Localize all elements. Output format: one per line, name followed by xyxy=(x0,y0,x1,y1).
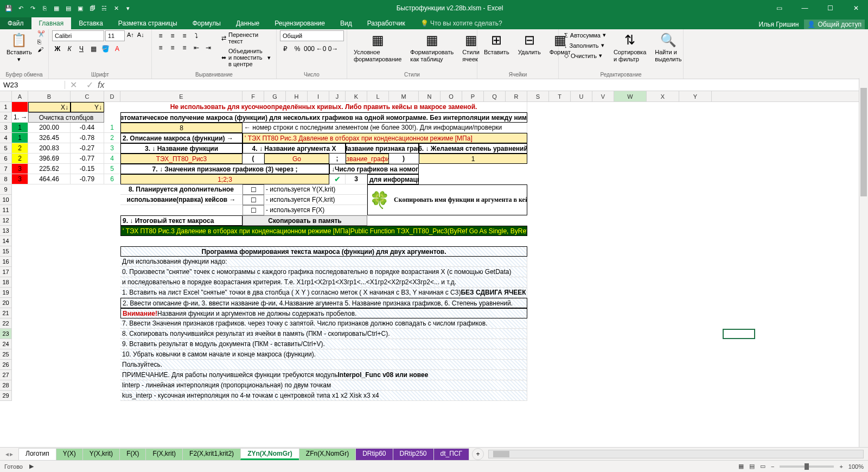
col-header[interactable]: I xyxy=(308,91,329,101)
col-header[interactable]: N xyxy=(419,91,441,101)
cell[interactable]: ' ТЭХ ПТ80 Рис.3 Давление в отборах при … xyxy=(242,133,527,143)
cell[interactable]: 2. Описание макроса (функции) → xyxy=(120,133,242,143)
tab-data[interactable]: Данные xyxy=(228,17,267,29)
col-header[interactable]: R xyxy=(506,91,527,101)
col-header[interactable]: X xyxy=(647,91,679,101)
col-header[interactable]: C xyxy=(71,91,104,101)
dec-dec-icon[interactable]: 0→ xyxy=(328,43,339,54)
sheet-tab[interactable]: Y(X) xyxy=(56,448,83,460)
vertical-scrollbar[interactable] xyxy=(859,78,868,447)
col-header[interactable]: E xyxy=(120,91,242,101)
row-header[interactable]: 19 xyxy=(0,288,12,298)
cell[interactable]: 9. ↓ Итоговый текст макроса xyxy=(120,215,242,226)
col-header[interactable]: A xyxy=(12,91,28,101)
cell[interactable]: -0.15 xyxy=(71,164,104,174)
row-header[interactable]: 14 xyxy=(0,236,12,246)
sort-filter-button[interactable]: ⇅Сортировка и фильтр xyxy=(610,30,649,64)
tab-insert[interactable]: Вставка xyxy=(71,17,111,29)
cell[interactable]: ) xyxy=(389,154,419,164)
col-header[interactable]: H xyxy=(286,91,308,101)
cell[interactable]: 1 xyxy=(104,123,120,133)
currency-icon[interactable]: ₽ xyxy=(280,43,291,54)
fx-icon[interactable]: fx xyxy=(98,80,108,90)
cell[interactable]: Y↓ xyxy=(71,102,104,112)
col-header[interactable]: U xyxy=(571,91,592,101)
qa-icon[interactable]: ▤ xyxy=(64,4,73,12)
cell[interactable]: Программа формирования текста макроса (ф… xyxy=(120,246,527,257)
qa-icon[interactable]: ▣ xyxy=(76,4,85,12)
cancel-fx-icon[interactable]: ✕ xyxy=(70,80,77,90)
fill-color-button[interactable]: 🪣 xyxy=(100,43,111,54)
sheet-tab[interactable]: DRtip250 xyxy=(393,448,434,460)
format-table-button[interactable]: ▦Форматировать как таблицу xyxy=(407,30,457,64)
cell[interactable]: Название_графика xyxy=(346,154,389,164)
cell[interactable]: 200.00 xyxy=(28,123,71,133)
cell[interactable]: - используется F(X,krit) xyxy=(264,195,367,205)
copy-name-button[interactable]: 🍀Скопировать имя функции и аргумента в к… xyxy=(367,184,527,215)
sheet-tab[interactable]: F2(X,krit1,krit2) xyxy=(182,448,241,460)
cell[interactable]: 5. ↓ Название признака графика xyxy=(346,143,419,154)
formula-input[interactable] xyxy=(108,81,868,89)
macro-icon[interactable]: ▶ xyxy=(29,463,34,470)
row-header[interactable]: 29 xyxy=(0,391,12,401)
view-break-icon[interactable]: ▭ xyxy=(760,463,765,470)
zoom-slider[interactable] xyxy=(780,465,834,468)
tab-developer[interactable]: Разработчик xyxy=(360,17,413,29)
indent-inc-icon[interactable]: ⇥ xyxy=(203,42,214,53)
cell[interactable]: 1 xyxy=(12,123,28,133)
sheet-tab[interactable]: F(X,krit) xyxy=(145,448,183,460)
qa-icon[interactable]: ☵ xyxy=(100,4,108,12)
header-row[interactable]: Автоматическое получение макроса (функци… xyxy=(120,112,527,123)
row-header[interactable]: 7 xyxy=(0,164,12,174)
cell[interactable]: ✔ xyxy=(329,174,346,184)
cell[interactable]: 0. Произвести "снятие" точек с номограмм… xyxy=(120,267,527,277)
percent-icon[interactable]: % xyxy=(292,43,303,54)
checkbox[interactable]: ☐ xyxy=(242,184,264,195)
cell[interactable]: 7. ↓ Значения признаков графиков (3) чер… xyxy=(120,164,329,174)
user-name[interactable]: Илья Гришин xyxy=(759,21,799,28)
row-header[interactable]: 23 xyxy=(0,329,12,339)
cell[interactable]: 6. ↓ Желаемая степень уравнений xyxy=(419,143,527,154)
col-header[interactable]: J xyxy=(329,91,346,101)
copy-icon[interactable]: ⎘ xyxy=(37,39,45,45)
cell[interactable]: 6 xyxy=(104,174,120,184)
qa-icon[interactable]: ✕ xyxy=(112,4,120,12)
col-header[interactable]: O xyxy=(441,91,462,101)
merge-center-button[interactable]: ⬌ Объединить и поместить в центре ▾ xyxy=(219,47,273,68)
save-icon[interactable]: 💾 xyxy=(4,4,13,12)
row-header[interactable]: 4 xyxy=(0,133,12,143)
font-name-select[interactable] xyxy=(52,30,104,41)
cell[interactable]: 8 xyxy=(120,123,242,133)
checkbox[interactable]: ☐ xyxy=(242,195,264,205)
col-header[interactable]: T xyxy=(549,91,571,101)
row-header[interactable]: 24 xyxy=(0,339,12,349)
sheet-tab[interactable]: DRtip60 xyxy=(355,448,393,460)
tab-tellme[interactable]: 💡 Что вы хотите сделать? xyxy=(413,17,510,29)
cell[interactable]: -0.77 xyxy=(71,154,104,164)
cell[interactable]: 1. Вставить на лист Excel "снятые" точки… xyxy=(120,288,527,298)
row-header[interactable]: 9 xyxy=(0,184,12,195)
sheet-tab[interactable]: F(X) xyxy=(119,448,146,460)
sheet-tab[interactable]: Логотип xyxy=(18,448,56,460)
col-header[interactable]: M xyxy=(389,91,419,101)
name-box[interactable] xyxy=(3,81,65,89)
copy-memory-button[interactable]: Скопировать в память xyxy=(242,215,367,226)
row-header[interactable]: 15 xyxy=(0,246,12,257)
row-header[interactable]: 22 xyxy=(0,318,12,329)
col-header[interactable]: D xyxy=(104,91,120,101)
cell[interactable]: Для использования функции надо: xyxy=(120,257,527,267)
align-top-icon[interactable]: ≡ xyxy=(155,30,166,41)
cell[interactable]: Пользуйтесь. xyxy=(120,360,527,370)
cell[interactable]: X↓ xyxy=(28,102,71,112)
autosum-button[interactable]: Σ Автосумма ▾ xyxy=(562,30,608,40)
orient-icon[interactable]: ⤵ xyxy=(191,30,202,41)
tab-file[interactable]: Файл xyxy=(0,17,31,29)
sheet-tab[interactable]: ZYn(X,NomGr) xyxy=(240,448,299,460)
zoom-out-icon[interactable]: − xyxy=(771,463,774,470)
col-header[interactable]: Q xyxy=(484,91,506,101)
cell[interactable]: 225.62 xyxy=(28,164,71,174)
tab-layout[interactable]: Разметка страницы xyxy=(111,17,185,29)
row-header[interactable]: 11 xyxy=(0,205,12,215)
cell[interactable]: 3. ↓ Название функции xyxy=(120,143,242,154)
cell[interactable]: 8. Планируется дополнительное xyxy=(120,184,242,195)
